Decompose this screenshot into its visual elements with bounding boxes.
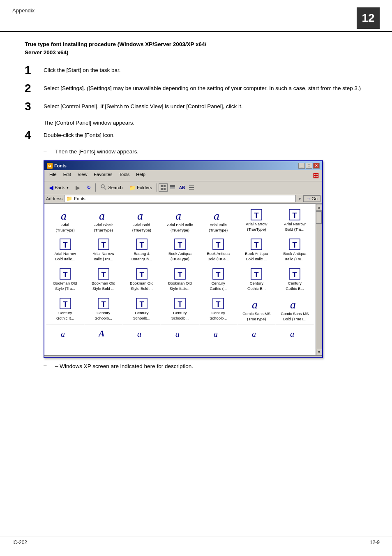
fonts-folder-icon: 🗂 [47, 163, 53, 169]
back-dropdown-icon: ▼ [66, 186, 69, 190]
font-icon-bottom-5: a [212, 327, 225, 340]
font-name-arial-italic: Arial Italic(TrueType) [209, 222, 228, 233]
font-item-arial-bold[interactable]: a Arial Bold(TrueType) [122, 206, 161, 235]
font-item-arial-narrow-bold[interactable]: T Arial NarrowBold (Tru... [276, 206, 314, 235]
font-item-century-gothic[interactable]: T CenturyGothic (... [199, 265, 238, 294]
maximize-button[interactable]: □ [306, 163, 312, 169]
font-icon-t14: T [250, 268, 263, 280]
svg-text:a: a [290, 329, 294, 338]
font-name-comic-sans-bold: Comic Sans MSBold (TrueT... [281, 311, 309, 322]
font-item-bookman-old-italic[interactable]: T Bookman OldStyle Italic... [161, 265, 199, 294]
font-item-century-schoolb1[interactable]: T CenturySchoolb... [84, 294, 122, 324]
titlebar-buttons[interactable]: _ □ ✕ [298, 163, 320, 169]
font-item-comic-sans[interactable]: a Comic Sans MS(TrueType) [238, 294, 276, 324]
font-icon-t20: T [212, 297, 224, 310]
svg-text:a: a [290, 298, 296, 310]
view-ab-icons[interactable]: AB [178, 183, 187, 192]
font-item-arial-italic[interactable]: a Arial Italic(TrueType) [199, 206, 238, 235]
step-3: 3 Select [Control Panel]. If [Switch to … [25, 101, 380, 112]
font-item-bottom-5[interactable]: a [199, 324, 238, 354]
font-item-arial-narrow[interactable]: T Arial Narrow(TrueType) [238, 206, 276, 235]
font-name-bookman-old-italic: Bookman OldStyle Italic... [168, 281, 192, 291]
status-bar [44, 355, 322, 357]
font-name-t3: Arial NarrowItalic (Tru... [93, 251, 114, 262]
font-item-batang[interactable]: T Batang &BatangCh... [122, 235, 161, 265]
font-icon-arial-bold-italic: a [173, 208, 187, 222]
font-item-bottom-3[interactable]: a [122, 324, 161, 354]
font-icon-t3: T [97, 238, 110, 250]
font-item-bottom-1[interactable]: a [46, 324, 84, 354]
font-item-century-gothic-it[interactable]: T CenturyGothic It... [46, 294, 84, 324]
refresh-icon: ↻ [87, 185, 91, 190]
font-item-arial-narrow-bold-italic[interactable]: T Arial NarrowBold Italic... [46, 235, 84, 265]
view-large-icons[interactable] [168, 183, 177, 192]
scroll-thumb[interactable] [316, 211, 322, 224]
font-name-book-antiqua-bold-italic: Book AntiquaBold Italic ... [245, 251, 268, 262]
svg-text:T: T [293, 271, 297, 279]
window-title: Fonts [54, 163, 67, 168]
font-icon-arial-bold: a [135, 208, 148, 222]
scrollbar[interactable]: ▲ ▼ [316, 204, 322, 355]
font-icon-t12: T [174, 268, 186, 280]
font-item-book-antiqua-bold-italic[interactable]: T Book AntiquaBold Italic ... [238, 235, 276, 265]
font-item-bookman-old-bold[interactable]: T Bookman OldStyle Bold ... [84, 265, 122, 294]
appendix-label: Appendix [12, 7, 35, 14]
font-item-bookman-old[interactable]: T Bookman OldStyle (Tru... [46, 265, 84, 294]
search-button[interactable]: Search [97, 183, 125, 192]
scroll-down-button[interactable]: ▼ [316, 349, 322, 355]
folders-button[interactable]: 📁 Folders [126, 183, 155, 192]
address-dropdown-icon[interactable]: ▼ [297, 197, 302, 201]
font-item-century-gothic-b[interactable]: T CenturyGothic B... [238, 265, 276, 294]
font-item-arial[interactable]: a Arial(TrueType) [46, 206, 84, 235]
font-item-bookman-old-bold2[interactable]: T Bookman OldStyle Bold ... [122, 265, 161, 294]
view-list[interactable] [187, 183, 196, 192]
step-number-2: 2 [25, 83, 37, 94]
font-name-batang: Batang &BatangCh... [131, 251, 152, 262]
svg-text:a: a [214, 329, 218, 338]
menu-tools[interactable]: Tools [116, 171, 133, 180]
font-item-book-antiqua-bold[interactable]: T Book AntiquaBold (True... [199, 235, 238, 265]
font-name-arial-narrow-bold: Arial NarrowBold (Tru... [284, 222, 305, 232]
back-button[interactable]: ◀ Back ▼ [46, 183, 72, 192]
menu-view[interactable]: View [74, 171, 91, 180]
font-item-bottom-6[interactable]: a [238, 324, 276, 354]
search-label: Search [108, 185, 122, 190]
address-folder-icon: 📁 [66, 196, 72, 202]
svg-rect-6 [170, 185, 172, 187]
refresh-button[interactable]: ↻ [84, 183, 94, 192]
font-item-bottom-7[interactable]: a [276, 324, 314, 354]
font-icon-arial-narrow: T [250, 208, 263, 221]
font-item-arial-bold-italic[interactable]: a Arial Bold Italic(TrueType) [161, 206, 199, 235]
font-item-century-schoolb3[interactable]: T CenturySchoolb... [161, 294, 199, 324]
menu-favorites[interactable]: Favorites [90, 171, 115, 180]
svg-text:T: T [293, 241, 297, 249]
font-item-bottom-2[interactable]: A [84, 324, 122, 354]
minimize-button[interactable]: _ [298, 163, 305, 169]
scroll-up-button[interactable]: ▲ [316, 204, 322, 211]
font-name-arial-black: Arial Black(TrueType) [94, 222, 113, 233]
font-icon-arial-narrow-bold: T [288, 208, 301, 221]
font-name-arial-bold: Arial Bold(TrueType) [132, 222, 151, 233]
menu-help[interactable]: Help [133, 171, 149, 180]
go-label: Go [311, 196, 318, 201]
font-item-century-schoolb2[interactable]: T CenturySchoolb... [122, 294, 161, 324]
forward-button[interactable]: ▶ [73, 183, 83, 192]
font-item-century-gothic-b2[interactable]: T CenturyGothic B... [276, 265, 314, 294]
font-item-comic-sans-bold[interactable]: a Comic Sans MSBold (TrueT... [276, 294, 314, 324]
font-item-book-antiqua-italic[interactable]: T Book AntiquaItalic (Tru... [276, 235, 314, 265]
font-item-arial-narrow-italic[interactable]: T Arial NarrowItalic (Tru... [84, 235, 122, 265]
toolbar-separator-2 [157, 183, 157, 192]
font-item-century-schoolb4[interactable]: T CenturySchoolb... [199, 294, 238, 324]
font-item-bottom-4[interactable]: a [161, 324, 199, 354]
svg-text:T: T [254, 241, 259, 249]
font-item-arial-black[interactable]: a Arial Black(TrueType) [84, 206, 122, 235]
close-button[interactable]: ✕ [313, 163, 320, 169]
menu-file[interactable]: File [46, 171, 60, 180]
menu-edit[interactable]: Edit [60, 171, 74, 180]
address-field[interactable]: 📁 Fonts [64, 195, 296, 202]
font-item-book-antiqua[interactable]: T Book Antiqua(TrueType) [161, 235, 199, 265]
svg-point-0 [101, 185, 104, 188]
go-button[interactable]: → Go [303, 195, 321, 202]
view-small-icons[interactable] [159, 183, 168, 192]
toolbar-separator-1 [95, 183, 96, 192]
